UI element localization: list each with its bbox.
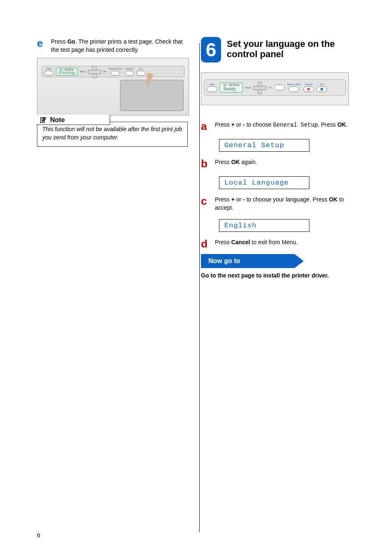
step-c-body: Press + or - to choose your language. Pr…: [215, 195, 359, 212]
cancel-group: Cancel: [303, 83, 314, 92]
note-box: This function will not be available afte…: [37, 122, 188, 147]
cancel-btn: [303, 86, 314, 92]
panel-lcd-text: Ready: [224, 87, 239, 91]
go-group: Go: [316, 83, 327, 92]
back-label: Back: [245, 86, 251, 89]
go-label: Go: [320, 83, 323, 86]
after-arrow-text: Go to the next page to install the print…: [201, 272, 359, 279]
step-a-lcd-wrap: General Setup: [219, 136, 359, 157]
text: to choose: [245, 121, 273, 128]
step-e: e Press Go. The printer prints a test pa…: [37, 37, 188, 54]
step-a: a Press + or - to choose General Setup. …: [201, 120, 359, 132]
go-group: Go: [136, 67, 145, 76]
step-e-body: Press Go. The printer prints a test page…: [51, 37, 188, 54]
text: Press: [215, 159, 231, 165]
note-body: This function will not be available afte…: [37, 122, 187, 146]
step-letter-a: a: [201, 120, 215, 132]
ok-key: OK: [337, 121, 346, 128]
panel-lcd: HL-3070CW Ready: [220, 83, 243, 93]
step-a-body: Press + or - to choose General Setup. Pr…: [215, 120, 348, 130]
printer-body-icon: [120, 80, 184, 111]
cancel-label: Cancel: [125, 67, 133, 70]
step-b: b Press OK again.: [201, 157, 359, 169]
cancel-group: Cancel: [125, 67, 134, 76]
secure-group: Secure Print: [287, 83, 301, 92]
step-letter-d: d: [201, 238, 215, 249]
step-c-lcd-wrap: English: [219, 216, 359, 238]
lcd-mini: HL-3070CW Printing: [56, 68, 78, 76]
right-column: 6 Set your language on the control panel…: [196, 37, 392, 279]
now-go-to-label: Now go to: [201, 254, 295, 268]
data-label: Data: [210, 83, 215, 86]
lcd-display: Local Language: [219, 176, 309, 189]
secure-label: Secure Print: [287, 83, 301, 86]
text: . Press: [318, 121, 337, 128]
step-d-body: Press Cancel to exit from Menu.: [215, 238, 298, 247]
text: Press: [215, 239, 231, 245]
dpad-icon: [253, 82, 265, 93]
data-led-group: Data: [207, 83, 217, 92]
data-led-group: Data: [44, 67, 53, 76]
text: Press: [215, 196, 231, 203]
menu-name: General Setup: [273, 122, 318, 128]
text: or: [235, 196, 243, 203]
secure-btn: [111, 71, 120, 76]
left-column: e Press Go. The printer prints a test pa…: [0, 37, 196, 279]
step-c: c Press + or - to choose your language. …: [201, 195, 359, 212]
text: Press: [51, 38, 67, 45]
ok-key: OK: [231, 159, 240, 165]
back-label: Back: [80, 70, 85, 73]
step-b-body: Press OK again.: [215, 157, 257, 166]
text: Press: [215, 121, 231, 128]
printer-illustration: Data HL-3070CW Printing Back OK Secure P…: [37, 58, 189, 116]
pencil-note-icon: [39, 116, 47, 124]
key-go: Go: [67, 38, 75, 45]
text: or: [235, 121, 243, 128]
column-divider: [199, 43, 200, 532]
panel-lcd-model: HL-3070CW: [224, 84, 239, 87]
step-b-lcd-wrap: Local Language: [219, 173, 359, 195]
panel-strip: Data HL-3070CW Ready Back OK Secure Prin…: [204, 79, 346, 96]
now-go-to-banner: Now go to: [201, 254, 304, 268]
text: to choose your language. Press: [245, 196, 329, 203]
secure-btn: [288, 86, 299, 92]
step-letter-b: b: [201, 157, 215, 169]
cancel-btn: [125, 71, 134, 76]
control-panel-illustration: Data HL-3070CW Ready Back OK Secure Prin…: [201, 72, 349, 105]
section-title: Set your language on the control panel: [227, 37, 359, 60]
secure-label: Secure Print: [109, 67, 122, 70]
secure-group: Secure Print: [109, 67, 122, 76]
section-heading: 6 Set your language on the control panel: [201, 37, 359, 62]
ok-label: OK: [103, 70, 106, 73]
page: e Press Go. The printer prints a test pa…: [0, 0, 392, 279]
note-title: Note: [50, 116, 65, 124]
ok-label: OK: [268, 86, 272, 89]
dpad-icon: [88, 66, 100, 77]
note-wrapper: This function will not be available afte…: [37, 122, 188, 147]
plus-key: +: [231, 121, 235, 128]
data-led: [44, 71, 53, 76]
note-title-row: Note: [36, 115, 110, 125]
section-number-badge: 6: [201, 37, 221, 62]
lcd-display: General Setup: [219, 139, 309, 152]
ok-key: OK: [329, 196, 337, 203]
text: again.: [240, 159, 257, 165]
lcd-text: Printing: [59, 71, 75, 75]
plus-key: +: [231, 196, 235, 203]
go-btn: [316, 86, 327, 92]
lcd-display: English: [219, 219, 309, 232]
data-led: [207, 86, 217, 92]
data-label: Data: [46, 67, 52, 70]
cancel-label: Cancel: [305, 83, 313, 86]
page-number: 6: [37, 532, 40, 539]
cancel-key: Cancel: [231, 239, 250, 245]
step-letter-c: c: [201, 195, 215, 206]
step-d: d Press Cancel to exit from Menu.: [201, 238, 359, 249]
step-letter-e: e: [37, 37, 51, 49]
text: to exit from Menu.: [250, 239, 298, 245]
go-btn: [136, 71, 145, 76]
printer-panel-strip: Data HL-3070CW Printing Back OK Secure P…: [42, 66, 184, 77]
text: .: [346, 121, 348, 128]
ok-btn: [274, 85, 285, 90]
go-label: Go: [139, 67, 143, 70]
